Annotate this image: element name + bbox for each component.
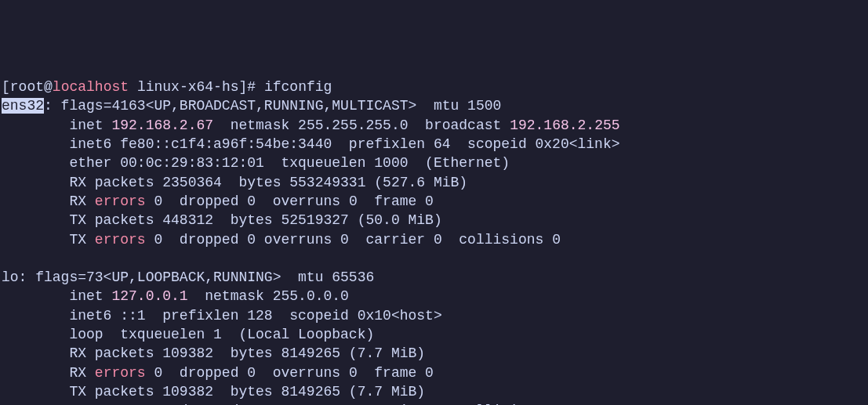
prompt-line[interactable]: [root@localhost linux-x64-hs]# ifconfig: [2, 78, 866, 96]
iface1-name: ens32: [2, 98, 44, 114]
iface1-ether: ether 00:0c:29:83:12:01 txqueuelen 1000 …: [2, 154, 866, 172]
prompt-host: localhost: [53, 79, 129, 95]
iface2-loop: loop txqueuelen 1 (Local Loopback): [2, 325, 866, 344]
prompt-close-bracket: ]: [239, 79, 248, 95]
iface1-tx-err-word: errors: [95, 232, 146, 248]
iface1-inet: inet 192.168.2.67 netmask 255.255.255.0 …: [2, 116, 866, 135]
iface2-inet-addr: 127.0.0.1: [111, 288, 187, 304]
iface1-tx-err-pre: TX: [2, 232, 95, 248]
iface2-rx-err-post: 0 dropped 0 overruns 0 frame 0: [146, 365, 434, 381]
iface1-inet-mid: netmask 255.255.255.0 broadcast: [213, 118, 510, 133]
blank-line: [2, 249, 866, 268]
iface2-inet6: inet6 ::1 prefixlen 128 scopeid 0x10<hos…: [2, 306, 866, 325]
iface2-rx-errors: RX errors 0 dropped 0 overruns 0 frame 0: [2, 363, 866, 382]
iface2-rx-err-word: errors: [95, 365, 146, 381]
iface1-inet-bcast: 192.168.2.255: [510, 118, 619, 133]
terminal-output: [root@localhost linux-x64-hs]# ifconfige…: [2, 78, 866, 405]
iface1-tx-errors: TX errors 0 dropped 0 overruns 0 carrier…: [2, 230, 866, 249]
iface1-inet-prefix: inet: [2, 118, 111, 133]
iface1-tx-err-post: 0 dropped 0 overruns 0 carrier 0 collisi…: [146, 232, 561, 248]
iface1-rx-err-post: 0 dropped 0 overruns 0 frame 0: [146, 193, 434, 209]
iface2-inet: inet 127.0.0.1 netmask 255.0.0.0: [2, 287, 866, 306]
prompt-at: @: [44, 79, 53, 95]
iface2-rx-err-pre: RX: [2, 365, 95, 381]
iface1-rx-err-word: errors: [95, 193, 146, 209]
prompt-hash: #: [247, 79, 264, 95]
iface1-rx-packets: RX packets 2350364 bytes 553249331 (527.…: [2, 173, 866, 192]
iface1-inet6: inet6 fe80::c1f4:a96f:54be:3440 prefixle…: [2, 135, 866, 154]
iface2-tx-packets: TX packets 109382 bytes 8149265 (7.7 MiB…: [2, 382, 866, 401]
prompt-path: linux-x64-hs: [137, 79, 239, 95]
prompt-open-bracket: [: [2, 79, 10, 95]
iface1-inet-addr: 192.168.2.67: [111, 118, 213, 133]
iface2-tx-errors: TX errors 0 dropped 0 overruns 0 carrier…: [2, 401, 866, 405]
command: ifconfig: [264, 79, 332, 95]
iface1-header: ens32: flags=4163<UP,BROADCAST,RUNNING,M…: [2, 96, 866, 115]
iface2-header: lo: flags=73<UP,LOOPBACK,RUNNING> mtu 65…: [2, 268, 866, 287]
iface2-inet-prefix: inet: [2, 288, 111, 304]
iface2-inet-post: netmask 255.0.0.0: [188, 288, 349, 304]
iface1-tx-packets: TX packets 448312 bytes 52519327 (50.0 M…: [2, 211, 866, 230]
prompt-user: root: [10, 79, 44, 95]
iface2-rx-packets: RX packets 109382 bytes 8149265 (7.7 MiB…: [2, 344, 866, 363]
iface1-rx-errors: RX errors 0 dropped 0 overruns 0 frame 0: [2, 192, 866, 211]
iface1-flags: : flags=4163<UP,BROADCAST,RUNNING,MULTIC…: [44, 98, 501, 114]
iface1-rx-err-pre: RX: [2, 193, 95, 209]
prompt-space: [129, 79, 137, 95]
